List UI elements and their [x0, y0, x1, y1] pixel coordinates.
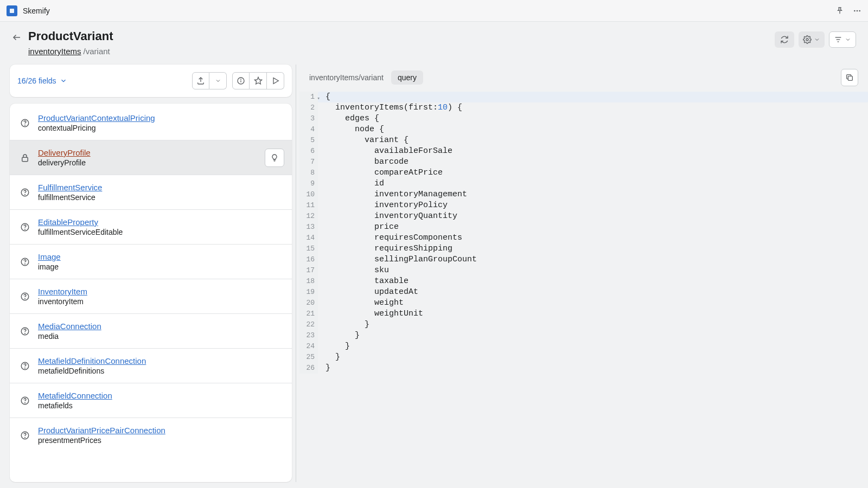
field-row[interactable]: MetafieldConnectionmetafields [10, 383, 292, 418]
field-type-link[interactable]: DeliveryProfile [38, 148, 91, 157]
field-hint-button[interactable] [265, 149, 284, 167]
field-name-label: inventoryItem [38, 297, 87, 306]
field-type-link[interactable]: EditableProperty [38, 217, 123, 227]
help-icon [20, 257, 30, 267]
svg-point-4 [859, 10, 860, 11]
help-icon [20, 361, 30, 371]
header: ProductVariant inventoryItems/variant [0, 22, 868, 61]
svg-marker-13 [254, 77, 261, 84]
svg-rect-0 [10, 9, 14, 13]
breadcrumb: inventoryItems/variant [28, 47, 113, 56]
svg-point-12 [241, 79, 241, 80]
code-editor[interactable]: 1▾23456789101112131415161718192021222324… [299, 91, 868, 374]
svg-point-2 [854, 10, 856, 11]
export-dropdown[interactable] [209, 72, 227, 89]
field-type-link[interactable]: Image [38, 252, 61, 261]
info-button[interactable] [232, 72, 250, 89]
svg-point-31 [25, 402, 25, 403]
code-header: inventoryItems/variant query [299, 65, 868, 91]
filter-dropdown[interactable] [829, 31, 856, 48]
svg-point-6 [806, 38, 808, 41]
svg-point-21 [25, 229, 25, 229]
run-button[interactable] [267, 72, 284, 89]
field-name-label: metafieldDefinitions [38, 367, 146, 375]
svg-point-3 [857, 10, 858, 11]
svg-point-33 [25, 437, 25, 438]
help-icon [20, 396, 30, 406]
field-row[interactable]: FulfillmentServicefulfillmentService [10, 175, 292, 209]
field-row[interactable]: ProductVariantContextualPricingcontextua… [10, 104, 292, 140]
refresh-button[interactable] [775, 31, 794, 48]
help-icon [20, 326, 30, 336]
field-name-label: deliveryProfile [38, 158, 91, 167]
field-name-label: fulfillmentService [38, 193, 102, 202]
field-name-label: media [38, 332, 101, 341]
fields-list: ProductVariantContextualPricingcontextua… [10, 104, 292, 482]
svg-point-16 [25, 125, 25, 125]
field-row[interactable]: MetafieldDefinitionConnectionmetafieldDe… [10, 348, 292, 383]
help-icon [20, 188, 30, 197]
field-type-link[interactable]: MetafieldConnection [38, 391, 112, 400]
field-type-link[interactable]: FulfillmentService [38, 183, 102, 192]
app-name: Skemify [23, 7, 50, 15]
field-type-link[interactable]: MetafieldDefinitionConnection [38, 356, 146, 365]
svg-rect-34 [848, 76, 852, 80]
field-row[interactable]: EditablePropertyfulfillmentServiceEditab… [10, 209, 292, 244]
field-row[interactable]: ProductVariantPricePairConnectionpresent… [10, 418, 292, 452]
help-icon [20, 118, 30, 128]
field-type-link[interactable]: ProductVariantContextualPricing [38, 113, 155, 123]
svg-point-25 [25, 298, 25, 299]
field-type-link[interactable]: InventoryItem [38, 287, 87, 296]
settings-dropdown[interactable] [799, 31, 825, 48]
field-name-label: contextualPricing [38, 124, 155, 132]
code-path-label: inventoryItems/variant [309, 73, 384, 82]
field-type-link[interactable]: ProductVariantPricePairConnection [38, 426, 165, 435]
svg-point-29 [25, 368, 25, 368]
chevron-down-icon [60, 77, 67, 85]
pin-icon[interactable] [835, 7, 844, 15]
back-arrow-icon[interactable] [12, 33, 22, 42]
copy-button[interactable] [841, 69, 858, 86]
svg-marker-14 [273, 78, 278, 84]
fields-panel-header: 16/26 fields [10, 65, 292, 97]
topbar: Skemify [0, 0, 868, 22]
help-icon [20, 292, 30, 301]
page-title: ProductVariant [28, 29, 113, 43]
lock-icon [20, 153, 30, 163]
export-button[interactable] [192, 72, 209, 89]
more-icon[interactable] [853, 7, 861, 15]
field-row[interactable]: Imageimage [10, 244, 292, 279]
field-name-label: metafields [38, 401, 112, 410]
field-name-label: fulfillmentServiceEditable [38, 228, 123, 236]
app-logo [7, 5, 17, 16]
field-name-label: image [38, 262, 61, 271]
tab-query[interactable]: query [391, 70, 423, 85]
breadcrumb-link[interactable]: inventoryItems [28, 47, 81, 56]
help-icon [20, 222, 30, 232]
svg-point-19 [25, 194, 25, 195]
star-button[interactable] [250, 72, 267, 89]
column-divider[interactable] [296, 65, 296, 482]
fields-count-toggle[interactable]: 16/26 fields [17, 76, 67, 85]
field-row[interactable]: InventoryIteminventoryItem [10, 279, 292, 313]
svg-rect-17 [22, 157, 28, 162]
field-type-link[interactable]: MediaConnection [38, 322, 101, 331]
field-row[interactable]: MediaConnectionmedia [10, 313, 292, 348]
help-icon [20, 431, 30, 440]
field-name-label: presentmentPrices [38, 436, 165, 445]
fields-count-label: 16/26 fields [17, 76, 56, 85]
svg-point-23 [25, 264, 25, 264]
field-row[interactable]: DeliveryProfiledeliveryProfile [10, 140, 292, 175]
breadcrumb-tail: /variant [84, 47, 110, 56]
svg-point-27 [25, 333, 25, 333]
